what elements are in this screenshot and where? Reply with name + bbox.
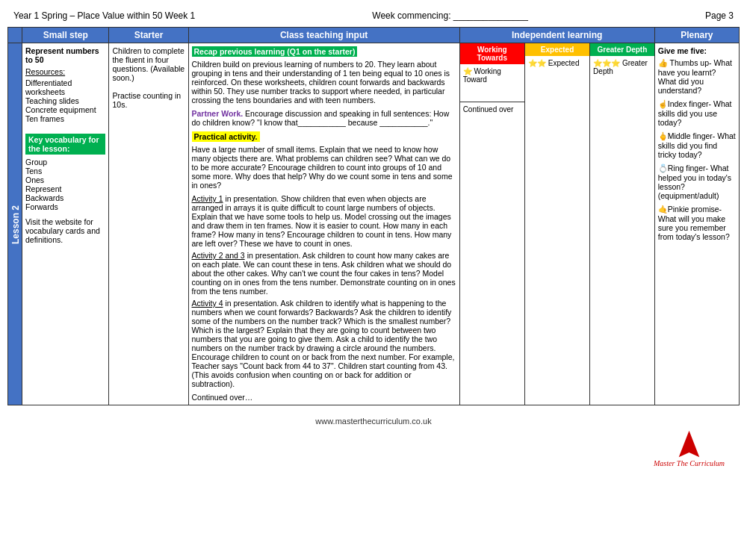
exp-label: Expected xyxy=(548,59,580,67)
starter-cell: Children to complete the fluent in four … xyxy=(109,43,188,405)
activity4-label: Activity 4 xyxy=(192,299,223,308)
page-title: Year 1 Spring – Place Value within 50 We… xyxy=(13,10,195,21)
activity1-body: in presentation. Show children that even… xyxy=(192,194,452,248)
col-independent: Independent learning xyxy=(459,28,654,43)
continued: Continued over… xyxy=(192,393,456,402)
gd-icon: ⭐⭐⭐ xyxy=(593,59,622,67)
page-footer: www.masterthecurriculum.co.uk xyxy=(7,417,740,426)
resources-label: Resources: xyxy=(25,67,105,76)
starter-text1: Children to complete the fluent in four … xyxy=(112,46,185,82)
main-table: Small step Starter Class teaching input … xyxy=(7,27,740,405)
practical-body: Have a large number of small items. Expl… xyxy=(192,145,456,190)
website-text: Visit the website for vocabulary cards a… xyxy=(25,217,105,244)
teaching-cell: Recap previous learning (Q1 on the start… xyxy=(188,43,459,405)
plenary-cell: Give me five: 👍 Thumbs up- What have you… xyxy=(654,43,739,405)
plenary-title: Give me five: xyxy=(658,46,736,55)
wt-continued: Continued over xyxy=(463,105,514,113)
recap-label: Recap previous learning (Q1 on the start… xyxy=(192,46,358,57)
independent-wt-cell: Working Towards ⭐ Working Toward Continu… xyxy=(459,43,524,405)
practical-label: Practical activity. xyxy=(192,131,260,142)
activity23-label: Activity 2 and 3 xyxy=(192,251,245,260)
plenary-pinkie: 🤙Pinkie promise- What will you make sure… xyxy=(658,205,736,241)
footer-url: www.masterthecurriculum.co.uk xyxy=(315,417,431,426)
col-teaching: Class teaching input xyxy=(188,28,459,43)
partner-label: Partner Work. xyxy=(192,109,244,118)
logo-text: Master The Curriculum xyxy=(654,459,725,467)
wt-header: Working Towards xyxy=(460,43,524,64)
exp-header: Expected xyxy=(525,43,589,56)
vocab-words: Group Tens Ones Represent Backwards Forw… xyxy=(25,158,105,211)
plenary-ring: 💍Ring finger- What helped you in today's… xyxy=(658,164,736,200)
independent-gd-cell: Greater Depth ⭐⭐⭐ Greater Depth xyxy=(590,43,655,405)
page-header: Year 1 Spring – Place Value within 50 We… xyxy=(7,7,740,24)
plenary-thumb: 👍 Thumbs up- What have you learnt? What … xyxy=(658,58,736,95)
recap-body: Children build on previous learning of n… xyxy=(192,60,456,105)
week-commencing: Week commencing: _______________ xyxy=(372,10,528,21)
plenary-index: ☝️Index finger- What skills did you use … xyxy=(658,99,736,127)
logo-area: Master The Curriculum xyxy=(7,429,740,467)
independent-exp-cell: Expected ⭐⭐ Expected xyxy=(524,43,589,405)
lesson-label: Lesson 2 xyxy=(8,43,22,405)
key-vocab-label: Key vocabulary for the lesson: xyxy=(25,134,105,155)
wt-icon: ⭐ xyxy=(463,67,474,75)
activity4-body: in presentation. Ask children to identif… xyxy=(192,299,455,388)
logo-icon xyxy=(676,429,702,459)
small-step-title: Represent numbers to 50 xyxy=(25,46,105,64)
svg-marker-0 xyxy=(679,431,700,458)
small-step-cell: Represent numbers to 50 Resources: Diffe… xyxy=(22,43,109,405)
gd-header: Greater Depth xyxy=(590,43,654,56)
resources-text: Differentiated worksheets Teaching slide… xyxy=(25,78,105,123)
page-container: Year 1 Spring – Place Value within 50 We… xyxy=(0,0,747,560)
page-number: Page 3 xyxy=(705,10,734,21)
plenary-middle: 🖕Middle finger- What skills did you find… xyxy=(658,131,736,159)
starter-text2: Practise counting in 10s. xyxy=(112,91,185,109)
activity1-label: Activity 1 xyxy=(192,194,223,203)
col-starter: Starter xyxy=(109,28,188,43)
exp-icon: ⭐⭐ xyxy=(528,59,548,67)
col-small-step: Small step xyxy=(22,28,109,43)
col-plenary: Plenary xyxy=(654,28,739,43)
